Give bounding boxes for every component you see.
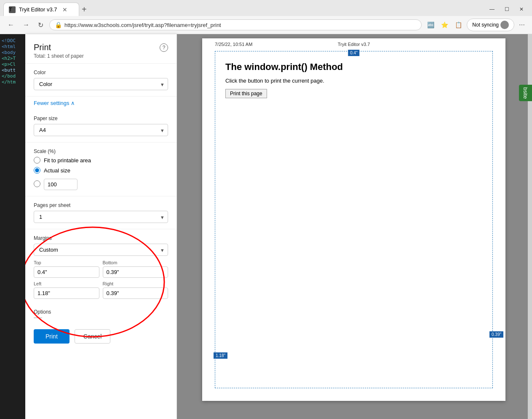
back-button[interactable]: ← [5, 20, 17, 30]
scale-section: Scale (%) Fit to printable area Actual s… [25, 142, 176, 196]
preview-page-subtitle: Click the button to print the current pa… [225, 78, 497, 84]
fit-to-printable-input[interactable] [34, 157, 40, 164]
visit-site-button[interactable]: bsite [519, 85, 532, 101]
right-margin-indicator: 0.39" [489, 331, 503, 338]
print-actions: Print Cancel [25, 322, 176, 350]
sync-label: Not syncing [472, 22, 499, 28]
fit-to-printable-radio[interactable]: Fit to printable area [34, 157, 168, 164]
favorites-button[interactable]: ⭐ [439, 20, 450, 30]
code-line: <h2>T [2, 56, 24, 61]
pages-per-sheet-select[interactable]: 1 2 4 6 9 16 [34, 211, 168, 223]
right-margin-input[interactable] [103, 287, 168, 299]
tab-title: Tryit Editor v3.7 [19, 6, 57, 13]
read-mode-button[interactable]: 🔤 [425, 20, 436, 30]
tab-close-button[interactable]: ✕ [62, 6, 67, 13]
top-margin-input[interactable] [34, 266, 99, 278]
print-subtitle: Total: 1 sheet of paper [34, 53, 168, 59]
margins-label: Margins [34, 235, 168, 241]
left-margin-indicator: 1.18" [214, 352, 227, 359]
fit-to-printable-label: Fit to printable area [44, 157, 91, 164]
margins-select-wrapper: Custom Default None Minimum ▾ [34, 244, 168, 256]
left-margin-label: Left [34, 281, 99, 286]
custom-scale-radio[interactable] [34, 180, 40, 187]
margins-select[interactable]: Custom Default None Minimum [34, 244, 168, 256]
color-label: Color [34, 70, 168, 75]
top-margin-field: Top [34, 260, 99, 278]
right-margin-label: Right [103, 281, 168, 286]
code-sidebar: <!DOC <html <body <h2>T <p>Cl <butt </bo… [0, 34, 25, 419]
margins-section: Margins Custom Default None Minimum ▾ To… [25, 229, 176, 305]
preview-print-button: Print this page [225, 89, 267, 98]
paper-size-label: Paper size [34, 115, 168, 121]
minimize-button[interactable]: — [486, 5, 498, 13]
code-line: <body [2, 50, 24, 55]
left-margin-input[interactable] [34, 287, 99, 299]
sync-button[interactable]: Not syncing [467, 19, 514, 31]
preview-page: 7/25/22, 10:51 AM Tryit Editor v3.7 0.4"… [202, 38, 505, 401]
scale-label: Scale (%) [34, 148, 168, 154]
scale-radio-group: Fit to printable area Actual size [34, 157, 168, 190]
bottom-margin-field: Bottom [103, 260, 168, 278]
margin-fields: Top Bottom Left Right [34, 260, 168, 299]
cancel-button[interactable]: Cancel [75, 329, 111, 344]
preview-inner-border [215, 51, 493, 388]
preview-header-title: Tryit Editor v3.7 [338, 42, 370, 47]
address-bar: ← → ↻ 🔒 https://www.w3schools.com/jsref/… [0, 16, 532, 34]
preview-date: 7/25/22, 10:51 AM [215, 42, 252, 47]
print-preview: bsite 7/25/22, 10:51 AM Tryit Editor v3.… [177, 34, 532, 419]
right-margin-field: Right [103, 281, 168, 299]
main-content: <!DOC <html <body <h2>T <p>Cl <butt </bo… [0, 34, 532, 419]
custom-scale-row [34, 177, 168, 190]
browser-actions: 🔤 ⭐ 📋 Not syncing ⋯ [425, 19, 527, 31]
options-section: Options [25, 305, 176, 322]
help-button[interactable]: ? [160, 43, 168, 52]
browser-chrome: T Tryit Editor v3.7 ✕ + — ☐ ✕ ← → ↻ 🔒 ht… [0, 0, 532, 34]
code-line: <!DOC [2, 38, 24, 43]
pages-per-sheet-select-wrapper: 1 2 4 6 9 16 ▾ [34, 211, 168, 223]
paper-size-select-wrapper: A4 A3 Letter Legal ▾ [34, 124, 168, 136]
top-margin-indicator: 0.4" [348, 50, 359, 56]
pages-per-sheet-section: Pages per sheet 1 2 4 6 9 16 ▾ [25, 196, 176, 229]
code-line: <html [2, 44, 24, 49]
url-text: https://www.w3schools.com/jsref/tryit.as… [64, 22, 416, 28]
print-panel: Print ? Total: 1 sheet of paper Color Co… [25, 34, 177, 419]
url-bar[interactable]: 🔒 https://www.w3schools.com/jsref/tryit.… [49, 19, 422, 30]
paper-size-select[interactable]: A4 A3 Letter Legal [34, 124, 168, 136]
bottom-margin-label: Bottom [103, 260, 168, 265]
collections-button[interactable]: 📋 [453, 20, 464, 30]
custom-scale-input[interactable] [34, 180, 40, 187]
avatar [500, 21, 509, 29]
color-select-wrapper: Color Black and white ▾ [34, 78, 168, 90]
bottom-margin-input[interactable] [103, 266, 168, 278]
options-label: Options [34, 309, 168, 315]
fewer-settings-button[interactable]: Fewer settings ∧ [25, 97, 83, 110]
code-line: </htm [2, 79, 24, 85]
color-section: Color Color Black and white ▾ [25, 64, 176, 97]
pages-per-sheet-label: Pages per sheet [34, 202, 168, 208]
print-button[interactable]: Print [34, 329, 70, 344]
options-divider [34, 317, 42, 318]
color-select[interactable]: Color Black and white [34, 78, 168, 90]
forward-button[interactable]: → [20, 20, 32, 30]
more-options-button[interactable]: ⋯ [517, 20, 527, 30]
print-header: Print ? Total: 1 sheet of paper [25, 34, 176, 64]
left-margin-field: Left [34, 281, 99, 299]
new-tab-button[interactable]: + [82, 5, 87, 13]
browser-tab[interactable]: T Tryit Editor v3.7 ✕ [3, 3, 79, 16]
code-line: <p>Cl [2, 62, 24, 67]
actual-size-input[interactable] [34, 167, 40, 174]
scale-value-input[interactable] [44, 179, 78, 190]
maximize-button[interactable]: ☐ [501, 5, 513, 13]
code-line: </bod [2, 73, 24, 79]
preview-content: The window.print() Method Click the butt… [225, 62, 497, 98]
preview-page-title: The window.print() Method [225, 62, 497, 73]
actual-size-label: Actual size [44, 167, 70, 174]
print-title: Print [34, 43, 51, 52]
window-controls: — ☐ ✕ [486, 5, 529, 13]
refresh-button[interactable]: ↻ [35, 20, 46, 30]
actual-size-radio[interactable]: Actual size [34, 167, 168, 174]
close-button[interactable]: ✕ [516, 5, 527, 13]
code-line: <butt [2, 67, 24, 73]
tab-favicon: T [9, 6, 16, 13]
lock-icon: 🔒 [55, 21, 62, 28]
